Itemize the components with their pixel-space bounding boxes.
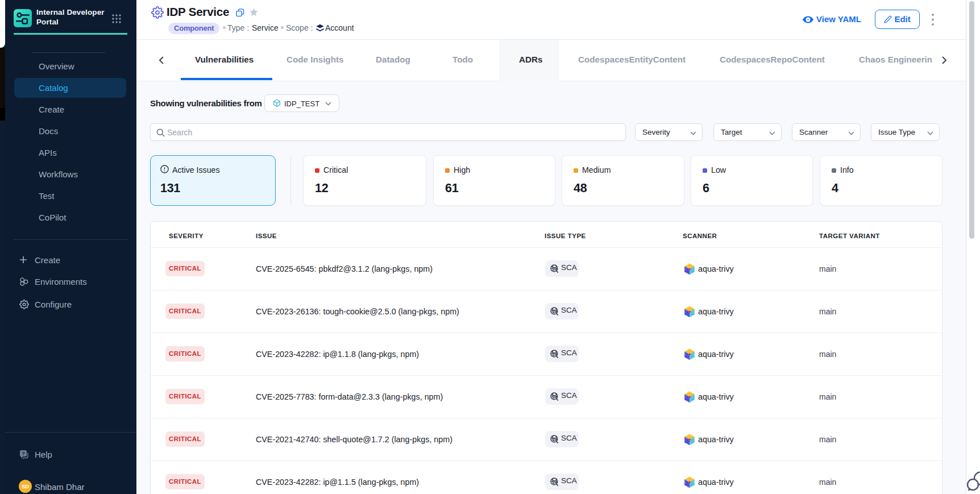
svg-text:?: ? bbox=[22, 451, 25, 456]
